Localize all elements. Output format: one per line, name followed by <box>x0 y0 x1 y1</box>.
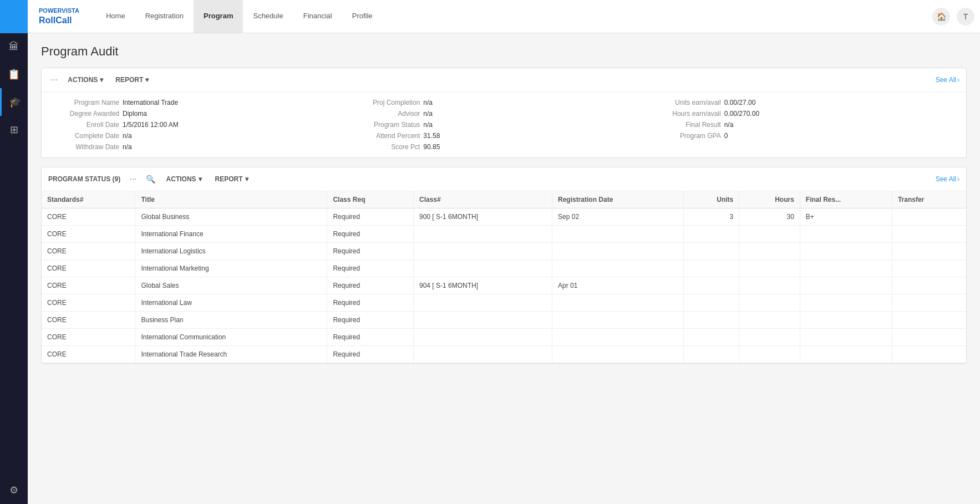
cell-units <box>683 277 739 294</box>
info-col-3: Units earn/avail 0.00/27.00 Hours earn/a… <box>654 99 955 151</box>
col-header-standards: Standards# <box>42 191 135 208</box>
chevron-right-icon: › <box>957 76 959 84</box>
label-hours: Hours earn/avail <box>654 110 721 118</box>
sidebar-item-records[interactable]: 📋 <box>0 60 28 88</box>
cell-units: 3 <box>683 208 739 226</box>
nav-item-financial[interactable]: Financial <box>293 0 342 33</box>
section-actions-button[interactable]: ACTIONS ▾ <box>162 173 206 185</box>
cell-title[interactable]: Business Plan <box>135 312 327 329</box>
nav-right: 🏠 T <box>932 8 974 26</box>
value-withdraw: n/a <box>123 143 132 151</box>
cell-units <box>683 346 739 363</box>
nav-item-registration[interactable]: Registration <box>135 0 194 33</box>
info-row-degree: Degree Awarded Diploma <box>53 110 353 118</box>
label-final-result: Final Result <box>654 121 721 129</box>
cell-hours <box>739 277 800 294</box>
sidebar-item-program[interactable]: 🎓 <box>0 88 28 116</box>
cell-class-req: Required <box>327 208 414 226</box>
chevron-down-icon: ▾ <box>245 175 248 183</box>
user-avatar[interactable]: T <box>957 8 974 26</box>
home-icon-btn[interactable]: 🏠 <box>932 8 950 26</box>
sidebar-item-settings[interactable]: ⚙ <box>9 476 18 504</box>
section-toolbar: PROGRAM STATUS (9) ··· 🔍 ACTIONS ▾ REPOR… <box>42 167 966 191</box>
program-info-grid: Program Name International Trade Degree … <box>42 92 966 157</box>
value-enroll: 1/5/2016 12:00 AM <box>123 121 179 129</box>
chevron-down-icon: ▾ <box>100 76 103 84</box>
cell-transfer <box>892 346 966 363</box>
search-button[interactable]: 🔍 <box>144 172 158 186</box>
info-row-program-status: Program Status n/a <box>353 121 654 129</box>
section-see-all-link[interactable]: See All › <box>936 175 959 183</box>
cell-standards: CORE <box>42 329 135 346</box>
col-header-title: Title <box>135 191 327 208</box>
value-score-pct: 90.85 <box>423 143 440 151</box>
nav-item-home[interactable]: Home <box>96 0 135 33</box>
cell-class-num <box>413 329 552 346</box>
cell-title[interactable]: International Law <box>135 294 327 312</box>
value-units: 0.00/27.00 <box>724 99 756 106</box>
table-row: COREInternational MarketingRequired <box>42 260 966 277</box>
cell-standards: CORE <box>42 260 135 277</box>
cell-units <box>683 312 739 329</box>
section-dots[interactable]: ··· <box>127 172 139 186</box>
cell-final-res <box>800 294 892 312</box>
label-advisor: Advisor <box>353 110 420 118</box>
cell-reg-date <box>552 243 684 260</box>
actions-button[interactable]: ACTIONS ▾ <box>63 74 108 86</box>
info-row-units: Units earn/avail 0.00/27.00 <box>654 99 955 106</box>
table-row: COREInternational LawRequired <box>42 294 966 312</box>
info-row-hours: Hours earn/avail 0.00/270.00 <box>654 110 955 118</box>
label-program-name: Program Name <box>53 99 119 106</box>
col-header-units: Units <box>683 191 739 208</box>
info-col-2: Proj Completion n/a Advisor n/a Program … <box>353 99 654 151</box>
info-row-final-result: Final Result n/a <box>654 121 955 129</box>
sidebar-item-dashboard[interactable]: 🏛 <box>0 33 28 60</box>
cell-title[interactable]: International Finance <box>135 226 327 243</box>
info-row-program-gpa: Program GPA 0 <box>654 132 955 140</box>
cell-class-req: Required <box>327 243 414 260</box>
value-program-name: International Trade <box>123 99 178 106</box>
nav-item-program[interactable]: Program <box>194 0 243 33</box>
info-row-advisor: Advisor n/a <box>353 110 654 118</box>
cell-title[interactable]: International Communication <box>135 329 327 346</box>
label-complete: Complete Date <box>53 132 119 140</box>
report-button[interactable]: REPORT ▾ <box>111 74 153 86</box>
cell-reg-date <box>552 329 684 346</box>
chevron-down-icon: ▾ <box>145 76 149 84</box>
cell-class-num <box>413 294 552 312</box>
table-header-row: Standards# Title Class Req Class# Regist… <box>42 191 966 208</box>
cell-title[interactable]: International Marketing <box>135 260 327 277</box>
cell-class-req: Required <box>327 329 414 346</box>
label-withdraw: Withdraw Date <box>53 143 119 151</box>
cell-reg-date <box>552 346 684 363</box>
cell-class-num <box>413 243 552 260</box>
table-row: COREInternational CommunicationRequired <box>42 329 966 346</box>
label-units: Units earn/avail <box>654 99 721 106</box>
col-header-class-num: Class# <box>413 191 552 208</box>
cell-class-num <box>413 312 552 329</box>
table-row: COREInternational FinanceRequired <box>42 226 966 243</box>
section-report-button[interactable]: REPORT ▾ <box>211 173 253 185</box>
cell-standards: CORE <box>42 226 135 243</box>
sidebar-item-grid[interactable]: ⊞ <box>0 116 28 144</box>
info-row-proj-completion: Proj Completion n/a <box>353 99 654 106</box>
label-enroll: Enroll Date <box>53 121 119 129</box>
cell-class-num <box>413 226 552 243</box>
see-all-link[interactable]: See All › <box>936 76 959 84</box>
nav-item-schedule[interactable]: Schedule <box>243 0 293 33</box>
top-nav-items: Home Registration Program Schedule Finan… <box>96 0 383 33</box>
cell-hours <box>739 243 800 260</box>
value-final-result: n/a <box>724 121 734 129</box>
toolbar-dots[interactable]: ··· <box>48 73 60 87</box>
col-header-final-res: Final Res... <box>800 191 892 208</box>
value-complete: n/a <box>123 132 132 140</box>
logo-text-line2: RollCall <box>39 15 79 26</box>
cell-title[interactable]: International Logistics <box>135 243 327 260</box>
nav-item-profile[interactable]: Profile <box>342 0 383 33</box>
cell-title[interactable]: Global Sales <box>135 277 327 294</box>
cell-title[interactable]: International Trade Research <box>135 346 327 363</box>
cell-class-req: Required <box>327 312 414 329</box>
cell-units <box>683 243 739 260</box>
table-row: COREInternational LogisticsRequired <box>42 243 966 260</box>
program-status-card: PROGRAM STATUS (9) ··· 🔍 ACTIONS ▾ REPOR… <box>41 167 967 364</box>
